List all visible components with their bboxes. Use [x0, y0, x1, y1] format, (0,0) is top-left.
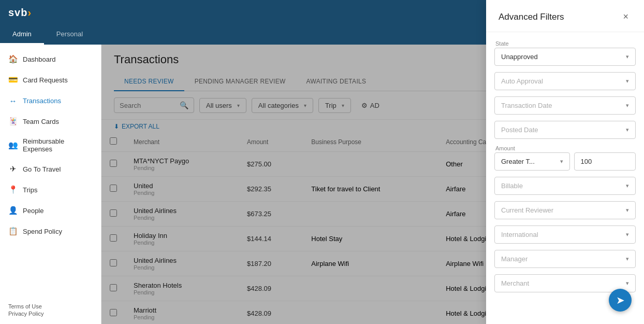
sidebar-item-trips[interactable]: 📍 Trips — [0, 179, 101, 200]
tab-personal[interactable]: Personal — [44, 25, 95, 45]
amount-input-wrapper — [574, 152, 636, 171]
chevron-down-icon: ▾ — [626, 53, 629, 60]
sidebar-item-team-cards[interactable]: 🃏 Team Cards — [0, 111, 101, 132]
filter-billable-select[interactable]: Billable ▾ — [494, 177, 636, 195]
sidebar-item-label: Dashboard — [23, 55, 56, 63]
close-filters-button[interactable]: × — [620, 10, 632, 23]
filter-billable: Billable ▾ — [494, 177, 636, 195]
filter-international: International ▾ — [494, 226, 636, 244]
sidebar-item-label: Spend Policy — [23, 228, 62, 235]
sidebar: 🏠 Dashboard 💳 Card Requests ↔ Transactio… — [0, 45, 101, 324]
filter-billable-placeholder: Billable — [501, 182, 523, 190]
filter-auto-approval: Auto Approval ▾ — [494, 72, 636, 90]
sidebar-item-card-requests[interactable]: 💳 Card Requests — [0, 69, 101, 90]
filters-title: Advanced Filters — [499, 12, 564, 22]
sidebar-item-label: Team Cards — [23, 118, 59, 125]
filter-auto-approval-select[interactable]: Auto Approval ▾ — [494, 72, 636, 90]
trips-icon: 📍 — [8, 185, 18, 194]
sidebar-item-label: People — [23, 207, 43, 215]
filter-posted-date-placeholder: Posted Date — [501, 126, 538, 134]
filter-international-select[interactable]: International ▾ — [494, 226, 636, 244]
filters-header: Advanced Filters × — [486, 0, 644, 32]
tab-admin[interactable]: Admin — [0, 25, 44, 45]
card-icon: 💳 — [8, 75, 18, 84]
sidebar-item-label: Reimbursable Expenses — [23, 137, 93, 153]
filter-state-label: State — [494, 40, 636, 47]
filter-amount: Amount Greater T... ▾ — [494, 145, 636, 171]
filter-current-reviewer: Current Reviewer ▾ — [494, 201, 636, 219]
filter-manager-select[interactable]: Manager ▾ — [494, 250, 636, 268]
policy-icon: 📋 — [8, 227, 18, 236]
filter-manager-placeholder: Manager — [501, 255, 528, 263]
team-cards-icon: 🃏 — [8, 117, 18, 126]
filter-state-value: Unapproved — [501, 53, 538, 61]
chevron-down-icon: ▾ — [626, 256, 629, 262]
sidebar-item-label: Trips — [23, 186, 37, 194]
filters-body: State Unapproved ▾ Auto Approval ▾ Trans… — [486, 32, 644, 324]
filter-current-reviewer-select[interactable]: Current Reviewer ▾ — [494, 201, 636, 219]
sidebar-item-label: Card Requests — [23, 76, 68, 84]
sidebar-item-go-to-travel[interactable]: ✈ Go To Travel — [0, 159, 101, 179]
filter-manager: Manager ▾ — [494, 250, 636, 268]
sidebar-item-reimbursable-expenses[interactable]: 👥 Reimbursable Expenses — [0, 132, 101, 159]
amount-input[interactable] — [574, 152, 636, 171]
filter-transaction-date-placeholder: Transaction Date — [501, 102, 552, 109]
filter-international-placeholder: International — [501, 231, 538, 238]
filter-transaction-date: Transaction Date ▾ — [494, 96, 636, 115]
filter-posted-date: Posted Date ▾ — [494, 121, 636, 139]
home-icon: 🏠 — [8, 54, 18, 64]
chevron-down-icon: ▾ — [626, 231, 629, 238]
filter-current-reviewer-placeholder: Current Reviewer — [501, 206, 553, 214]
filter-amount-label: Amount — [494, 145, 636, 151]
amount-row: Greater T... ▾ — [494, 152, 636, 171]
fab-icon: ➤ — [616, 294, 625, 306]
advanced-filters-panel: Advanced Filters × State Unapproved ▾ Au… — [486, 0, 644, 324]
filter-amount-type-value: Greater T... — [501, 158, 535, 165]
sidebar-footer: Terms of Use Privacy Policy — [0, 297, 101, 324]
chevron-down-icon: ▾ — [626, 102, 629, 109]
terms-of-use-link[interactable]: Terms of Use — [8, 303, 93, 309]
sidebar-item-people[interactable]: 👤 People — [0, 200, 101, 221]
chevron-down-icon: ▾ — [626, 207, 629, 214]
filter-merchant-placeholder: Merchant — [501, 279, 529, 287]
chevron-down-icon: ▾ — [626, 280, 629, 287]
travel-icon: ✈ — [8, 164, 18, 174]
privacy-policy-link[interactable]: Privacy Policy — [8, 311, 93, 317]
sidebar-item-label: Transactions — [23, 97, 61, 105]
chevron-down-icon: ▾ — [626, 182, 629, 189]
filter-auto-approval-placeholder: Auto Approval — [501, 77, 543, 85]
chevron-down-icon: ▾ — [560, 158, 563, 165]
fab-button[interactable]: ➤ — [609, 289, 632, 312]
filter-transaction-date-select[interactable]: Transaction Date ▾ — [494, 96, 636, 115]
filter-amount-type-select[interactable]: Greater T... ▾ — [494, 152, 570, 171]
sidebar-item-spend-policy[interactable]: 📋 Spend Policy — [0, 221, 101, 242]
expenses-icon: 👥 — [8, 140, 18, 150]
people-icon: 👤 — [8, 206, 18, 215]
filter-state: State Unapproved ▾ — [494, 40, 636, 66]
filter-posted-date-select[interactable]: Posted Date ▾ — [494, 121, 636, 139]
transactions-icon: ↔ — [8, 96, 18, 105]
chevron-down-icon: ▾ — [626, 126, 629, 133]
sidebar-item-dashboard[interactable]: 🏠 Dashboard — [0, 49, 101, 69]
sidebar-item-transactions[interactable]: ↔ Transactions — [0, 90, 101, 111]
chevron-down-icon: ▾ — [626, 78, 629, 84]
filter-state-select[interactable]: Unapproved ▾ — [494, 48, 636, 66]
svb-logo: svb› — [8, 7, 32, 19]
sidebar-item-label: Go To Travel — [23, 165, 61, 173]
